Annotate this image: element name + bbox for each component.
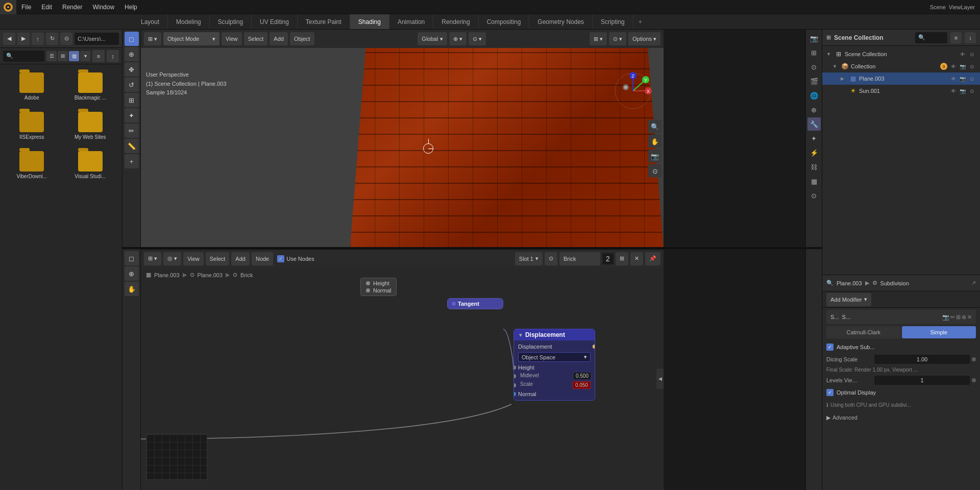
overlay-btn[interactable]: ⊞ ▾ [590, 32, 607, 45]
filter-button[interactable]: ≡ [92, 50, 105, 62]
camera-view-btn[interactable]: 📷 [648, 150, 662, 163]
use-nodes-checkbox[interactable]: ✓ [277, 255, 284, 262]
node-view-btn[interactable]: View [183, 252, 204, 265]
adaptive-sub-checkbox[interactable]: ✓ [826, 344, 834, 351]
viewport-add-btn[interactable]: Add [270, 32, 288, 45]
grid-view-btn[interactable]: ▦ [69, 51, 79, 61]
tool-add[interactable]: + [125, 154, 139, 168]
node-tool-select[interactable]: ◻ [125, 251, 139, 265]
modifier-render-btn[interactable]: 📷 [942, 314, 949, 321]
scale-socket[interactable] [513, 383, 516, 387]
bookmark-button[interactable]: ⊙ [60, 33, 72, 45]
viewport-view-btn[interactable]: View [222, 32, 242, 45]
options-btn[interactable]: Options ▾ [628, 32, 660, 45]
props-icon-particles[interactable]: ✦ [807, 132, 821, 145]
menu-help[interactable]: Help [119, 0, 142, 14]
optimal-display-checkbox[interactable]: ✓ [826, 389, 834, 396]
modifier-delete-btn[interactable]: ✕ [967, 314, 972, 321]
folder-mywebsites[interactable]: My Web Sites [64, 109, 117, 143]
outliner-sync-btn[interactable]: ↕ [965, 32, 976, 43]
hand-tool-btn[interactable]: ✋ [648, 135, 662, 148]
node-editor[interactable]: ⊞ ▾ ◎ ▾ View Select Add Node ✓ Use Nodes… [141, 249, 664, 490]
outliner-plane003[interactable]: ▶ ▦ Plane.003 👁 📷 ⊙ [822, 72, 980, 85]
viewport-object-btn[interactable]: Object [290, 32, 314, 45]
shading-btn[interactable]: ⊙ ▾ [609, 32, 626, 45]
node-add-btn[interactable]: Add [231, 252, 250, 265]
folder-adobe[interactable]: Adobe [5, 69, 59, 104]
tool-rotate[interactable]: ↺ [125, 78, 139, 92]
zoom-in-btn[interactable]: 🔍 [648, 120, 662, 133]
node-select-btn[interactable]: Select [206, 252, 230, 265]
tab-modeling[interactable]: Modeling [168, 14, 210, 29]
scene-collection-eye[interactable]: 👁 [959, 50, 967, 58]
tool-measure[interactable]: 📏 [125, 139, 139, 153]
menu-render[interactable]: Render [57, 0, 87, 14]
nav-up-button[interactable]: ↑ [32, 33, 44, 45]
material-copy-btn[interactable]: ⊞ [616, 252, 628, 265]
tangent-node[interactable]: Tangent [447, 298, 503, 309]
tool-scale[interactable]: ⊞ [125, 93, 139, 107]
sun001-eye[interactable]: 👁 [949, 87, 958, 95]
tab-texture-paint[interactable]: Texture Paint [298, 14, 350, 29]
props-icon-material[interactable]: ⊙ [807, 189, 821, 202]
list-view-btn[interactable]: ☰ [46, 51, 57, 61]
sun001-camera[interactable]: 📷 [959, 87, 967, 95]
menu-file[interactable]: File [16, 0, 36, 14]
tab-scripting[interactable]: Scripting [593, 14, 633, 29]
refresh-button[interactable]: ↻ [46, 33, 58, 45]
tool-transform[interactable]: ✦ [125, 108, 139, 122]
node-editor-type-selector[interactable]: ◎ ▾ [163, 252, 181, 265]
viewport-gizmo[interactable]: X Y Z [612, 70, 653, 111]
material-sphere-btn[interactable]: ⊙ [545, 252, 557, 265]
props-icon-output[interactable]: ⊞ [807, 46, 821, 59]
node-tool-cursor[interactable]: ⊕ [125, 266, 139, 281]
editor-type-btn[interactable]: ⊞ ▾ [144, 32, 161, 45]
props-icon-modifiers[interactable]: 🔧 [807, 117, 821, 131]
object-mode-btn[interactable]: Object Mode ▾ [163, 32, 219, 45]
catmull-clark-tab[interactable]: Catmull-Clark [826, 326, 901, 338]
tab-compositing[interactable]: Compositing [479, 14, 530, 29]
scene-collection-select[interactable]: ⊙ [968, 50, 976, 58]
sort-button[interactable]: ↕ [107, 50, 119, 62]
tool-annotate[interactable]: ✏ [125, 124, 139, 138]
midlevel-value[interactable]: 0.500 [574, 373, 591, 379]
sun001-select[interactable]: ⊙ [968, 87, 976, 95]
dicing-scale-field[interactable]: 1.00 [874, 355, 970, 364]
outliner-filter-btn[interactable]: ≡ [950, 32, 962, 43]
collection-select[interactable]: ⊙ [968, 62, 976, 70]
file-search-input[interactable]: 🔍 [3, 51, 44, 62]
transform-global-btn[interactable]: Global ▾ [418, 32, 447, 45]
path-bar[interactable]: C:\Users\... [75, 33, 119, 45]
advanced-row[interactable]: ▶ Advanced [826, 412, 976, 423]
pin-material-btn[interactable]: 📌 [645, 252, 660, 265]
tab-shading[interactable]: Shading [350, 14, 389, 29]
modifier-cage-btn[interactable]: ⊞ [956, 314, 961, 321]
viewport-select-btn[interactable]: Select [244, 32, 268, 45]
node-editor-type-btn[interactable]: ⊞ ▾ [144, 252, 161, 265]
snap-btn[interactable]: ⊕ ▾ [449, 32, 467, 45]
add-workspace-tab[interactable]: + [633, 14, 647, 29]
props-icon-scene[interactable]: 🎬 [807, 75, 821, 88]
node-content[interactable]: ▦ Plane.003 ▶ ⊙ Plane.003 ▶ ⊙ Brick Heig… [141, 267, 664, 490]
modifier-header-bar[interactable]: S... S... 📷 ✏ ⊞ ⊕ ✕ [826, 310, 976, 324]
tool-select[interactable]: ◻ [125, 32, 139, 46]
normal-socket[interactable] [513, 392, 516, 396]
tab-uv-editing[interactable]: UV Editing [252, 14, 298, 29]
add-modifier-btn[interactable]: Add Modifier ▾ [826, 293, 871, 306]
midlevel-socket[interactable] [513, 374, 516, 378]
plane003-select[interactable]: ⊙ [968, 75, 976, 83]
menu-window[interactable]: Window [87, 0, 119, 14]
node-node-btn[interactable]: Node [252, 252, 273, 265]
material-name-field[interactable]: Brick [559, 252, 600, 265]
plane003-camera[interactable]: 📷 [959, 75, 967, 83]
dicing-scale-dot[interactable] [972, 357, 976, 361]
folder-visualstudio[interactable]: Visual Studi... [64, 148, 117, 182]
props-icon-view-layer[interactable]: ⊙ [807, 60, 821, 74]
node-tool-link[interactable]: ✋ [125, 282, 139, 296]
displacement-node[interactable]: ▼ Displacement Displacement Object Space… [513, 329, 595, 401]
outliner-collection[interactable]: ▼ 📦 Collection 3 👁 📷 ⊙ [822, 60, 980, 72]
props-icon-object[interactable]: ⊕ [807, 103, 821, 116]
props-icon-render[interactable]: 📷 [807, 32, 821, 45]
view-options-btn[interactable]: ▾ [80, 51, 90, 61]
scene-btn[interactable]: ⊙ [648, 164, 662, 178]
